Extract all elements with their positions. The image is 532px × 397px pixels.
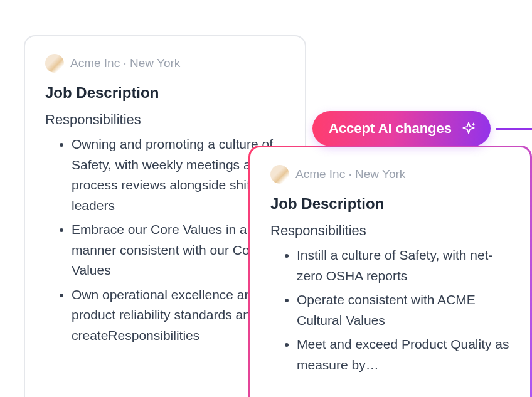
list-item: Instill a culture of Safety, with net-ze… (297, 245, 510, 286)
company-avatar (45, 54, 64, 73)
company-location: New York (130, 56, 180, 70)
company-meta-text: Acme Inc · New York (70, 56, 180, 70)
responsibilities-heading: Responsibilities (270, 223, 510, 239)
list-item: Meet and exceed Product Quality as measu… (297, 334, 510, 375)
company-location: New York (355, 167, 405, 181)
accept-button-label: Accept AI changes (329, 120, 452, 137)
sparkle-icon (460, 120, 477, 137)
company-meta-row: Acme Inc · New York (45, 54, 285, 73)
job-title: Job Description (270, 195, 510, 213)
company-avatar (270, 165, 289, 184)
accept-ai-changes-button[interactable]: Accept AI changes (312, 111, 491, 146)
job-card-ai-suggestion: Acme Inc · New York Job Description Resp… (248, 146, 532, 397)
responsibilities-heading: Responsibilities (45, 112, 285, 128)
meta-separator: · (120, 56, 130, 70)
company-meta-row: Acme Inc · New York (270, 165, 510, 184)
company-name: Acme Inc (295, 167, 345, 181)
meta-separator: · (345, 167, 355, 181)
responsibilities-list-ai: Instill a culture of Safety, with net-ze… (270, 245, 510, 375)
job-title: Job Description (45, 84, 285, 102)
company-meta-text: Acme Inc · New York (295, 167, 405, 181)
company-name: Acme Inc (70, 56, 120, 70)
list-item: Operate consistent with ACME Cultural Va… (297, 290, 510, 331)
gradient-connector-line (496, 128, 532, 130)
